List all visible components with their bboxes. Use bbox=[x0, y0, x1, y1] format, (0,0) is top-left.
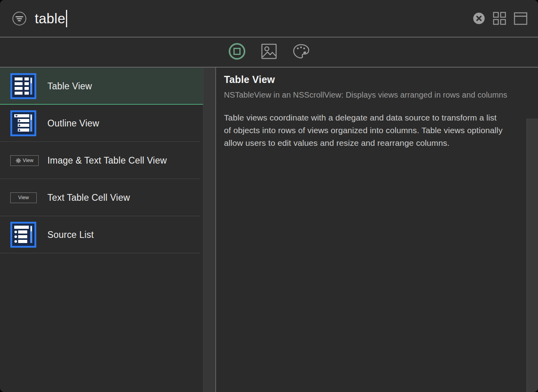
badge-text: View bbox=[23, 158, 34, 163]
badge-text: View bbox=[18, 195, 29, 200]
source-list-icon bbox=[10, 222, 47, 248]
result-label: Table View bbox=[47, 81, 92, 92]
search-text: table bbox=[35, 11, 65, 26]
detail-title: Table View bbox=[224, 74, 520, 85]
detail-scrollbar-track[interactable] bbox=[527, 119, 538, 392]
search-bar-actions bbox=[473, 11, 527, 25]
detail-subtitle: NSTableView in an NSScrollView: Displays… bbox=[224, 89, 518, 100]
filter-icon[interactable] bbox=[12, 11, 27, 26]
outline-view-icon bbox=[10, 110, 47, 136]
library-tab-bar bbox=[0, 38, 538, 67]
result-label: Image & Text Table Cell View bbox=[47, 155, 167, 166]
search-input[interactable]: table bbox=[35, 10, 473, 27]
panel-divider[interactable] bbox=[203, 68, 216, 392]
result-row-table-view[interactable]: Table View bbox=[0, 68, 203, 105]
library-content: Table View bbox=[0, 68, 538, 392]
clear-search-button[interactable] bbox=[473, 12, 485, 24]
gear-view-badge-icon: View bbox=[10, 155, 47, 166]
photo-icon bbox=[261, 43, 277, 61]
detail-description: Table views coordinate with a delegate a… bbox=[224, 111, 505, 149]
search-bar: table bbox=[0, 0, 538, 37]
grid-view-button[interactable] bbox=[493, 11, 506, 25]
detail-panel: Table View NSTableView in an NSScrollVie… bbox=[216, 68, 538, 392]
tab-objects[interactable] bbox=[228, 43, 246, 62]
results-list: Table View bbox=[0, 68, 203, 392]
library-panel-window: table bbox=[0, 0, 538, 392]
palette-icon bbox=[292, 43, 310, 61]
result-label: Source List bbox=[47, 230, 94, 240]
table-view-icon bbox=[10, 73, 47, 99]
tab-colors[interactable] bbox=[292, 43, 310, 61]
square-in-circle-icon bbox=[228, 43, 246, 62]
result-label: Outline View bbox=[47, 118, 99, 129]
tab-media[interactable] bbox=[261, 43, 277, 61]
view-badge-icon: View bbox=[10, 192, 47, 203]
result-label: Text Table Cell View bbox=[47, 192, 130, 203]
result-row-outline-view[interactable]: Outline View bbox=[0, 105, 203, 142]
text-cursor bbox=[66, 10, 67, 27]
result-row-text-table-cell-view[interactable]: View Text Table Cell View bbox=[0, 179, 203, 216]
single-pane-view-button[interactable] bbox=[514, 12, 527, 25]
gear-icon bbox=[16, 158, 21, 163]
result-row-source-list[interactable]: Source List bbox=[0, 216, 203, 253]
result-row-image-text-table-cell-view[interactable]: View Image & Text Table Cell View bbox=[0, 142, 203, 179]
